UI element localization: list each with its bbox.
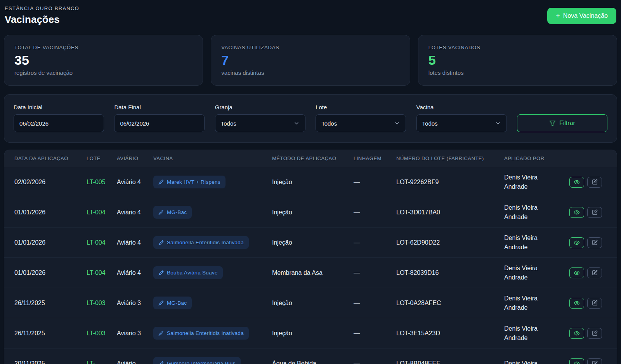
- chevron-down-icon: [293, 120, 300, 126]
- cell-metodo: Injeção: [272, 238, 354, 247]
- table-row: 01/01/2026 LT-004 Aviário 4 MG-Bac Injeç…: [4, 197, 617, 228]
- cell-linhagem: —: [354, 329, 396, 338]
- edit-button[interactable]: [587, 237, 602, 248]
- stat-subtitle: vacinas distintas: [221, 69, 399, 76]
- stat-value: 7: [221, 53, 399, 68]
- cell-lote: LT-004: [87, 208, 117, 217]
- syringe-icon: [158, 270, 164, 276]
- view-button[interactable]: [569, 298, 584, 309]
- col-aviario: AVIÁRIO: [117, 155, 153, 161]
- new-vaccination-label: Nova Vacinação: [563, 12, 608, 19]
- cell-vacina: MG-Bac: [153, 297, 272, 310]
- syringe-icon: [158, 179, 164, 185]
- vacina-select[interactable]: Todos: [416, 114, 507, 132]
- vaccinations-table: DATA DA APLICAÇÃO LOTE AVIÁRIO VACINA MÉ…: [4, 150, 617, 364]
- cell-linhagem: —: [354, 298, 396, 307]
- cell-aviario: Aviário 3: [117, 329, 153, 338]
- cell-numero-lote: LOT-62D90D22: [396, 238, 504, 247]
- page-title: Vacinações: [5, 14, 79, 26]
- filter-button-label: Filtrar: [559, 120, 575, 127]
- cell-aviario: Aviário 4: [117, 208, 153, 217]
- cell-linhagem: —: [354, 359, 396, 364]
- view-button[interactable]: [569, 328, 584, 339]
- cell-lote: LT-004: [87, 268, 117, 277]
- view-button[interactable]: [569, 207, 584, 218]
- lote-select[interactable]: Todos: [316, 114, 406, 132]
- cell-aplicado-por: Denis Vieira: [504, 359, 562, 364]
- field-label: Vacina: [416, 104, 507, 110]
- cell-numero-lote: LOT-3E15A23D: [396, 329, 504, 338]
- table-row: 01/01/2026 LT-004 Aviário 4 Salmonella E…: [4, 228, 617, 258]
- cell-numero-lote: LOT-82039D16: [396, 268, 504, 277]
- field-data-final: Data Final: [114, 104, 205, 132]
- vaccine-badge[interactable]: MG-Bac: [153, 206, 192, 219]
- cell-linhagem: —: [354, 208, 396, 217]
- vaccine-badge[interactable]: Marek HVT + Rispens: [153, 176, 226, 189]
- cell-numero-lote: LOT-0A28AFEC: [396, 298, 504, 307]
- vaccine-badge-label: MG-Bac: [167, 209, 187, 216]
- cell-vacina: Bouba Aviária Suave: [153, 266, 272, 279]
- stat-label: TOTAL DE VACINAÇÕES: [14, 45, 193, 50]
- cell-metodo: Injeção: [272, 298, 354, 307]
- stat-label: LOTES VACINADOS: [428, 45, 607, 50]
- syringe-icon: [158, 331, 164, 336]
- vaccine-badge-label: Salmonella Enteritidis Inativada: [167, 239, 244, 247]
- breadcrumb: ESTÂNCIA OURO BRANCO: [5, 5, 79, 11]
- table-header: DATA DA APLICAÇÃO LOTE AVIÁRIO VACINA MÉ…: [4, 150, 617, 167]
- vaccine-badge[interactable]: Salmonella Enteritidis Inativada: [153, 327, 249, 340]
- cell-actions: [562, 207, 607, 218]
- field-label: Lote: [316, 104, 406, 110]
- start-date-input[interactable]: [14, 114, 104, 132]
- vaccine-badge[interactable]: Salmonella Enteritidis Inativada: [153, 236, 249, 249]
- edit-button[interactable]: [587, 177, 602, 188]
- funnel-icon: [549, 120, 556, 127]
- cell-actions: [562, 328, 607, 339]
- table-row: 26/11/2025 LT-003 Aviário 3 MG-Bac Injeç…: [4, 288, 617, 318]
- cell-aviario: Aviário 4: [117, 178, 153, 186]
- chevron-down-icon: [394, 120, 400, 126]
- cell-date: 01/01/2026: [14, 268, 87, 277]
- granja-select[interactable]: Todos: [215, 114, 305, 132]
- stats-row: TOTAL DE VACINAÇÕES 35 registros de vaci…: [4, 35, 617, 86]
- cell-aviario: Aviário 4: [117, 238, 153, 247]
- table-row: 20/11/2025 LT- Aviário Gumboro Intermedi…: [4, 348, 617, 364]
- cell-actions: [562, 267, 607, 278]
- edit-button[interactable]: [587, 207, 602, 218]
- col-data-aplicacao: DATA DA APLICAÇÃO: [14, 155, 87, 161]
- stat-subtitle: registros de vacinação: [14, 69, 193, 76]
- cell-aplicado-por: Denis Vieira Andrade: [504, 264, 562, 281]
- view-button[interactable]: [569, 358, 584, 364]
- header-titles: ESTÂNCIA OURO BRANCO Vacinações: [5, 5, 79, 26]
- cell-actions: [562, 177, 607, 188]
- edit-button[interactable]: [587, 298, 602, 309]
- field-label: Data Inicial: [14, 104, 104, 110]
- new-vaccination-button[interactable]: + Nova Vacinação: [547, 8, 616, 24]
- cell-metodo: Injeção: [272, 329, 354, 338]
- cell-aplicado-por: Denis Vieira Andrade: [504, 294, 562, 312]
- cell-linhagem: —: [354, 268, 396, 277]
- edit-button[interactable]: [587, 267, 602, 278]
- syringe-icon: [158, 300, 164, 306]
- edit-button[interactable]: [587, 358, 602, 364]
- vaccine-badge[interactable]: Gumboro Intermediária Plus: [153, 357, 241, 364]
- stat-value: 35: [14, 53, 193, 68]
- edit-button[interactable]: [587, 328, 602, 339]
- cell-aviario: Aviário 4: [117, 268, 153, 277]
- vaccine-badge[interactable]: MG-Bac: [153, 297, 192, 310]
- view-button[interactable]: [569, 237, 584, 248]
- cell-aplicado-por: Denis Vieira Andrade: [504, 233, 562, 251]
- cell-lote: LT-004: [87, 238, 117, 247]
- vaccine-badge[interactable]: Bouba Aviária Suave: [153, 266, 223, 279]
- cell-metodo: Injeção: [272, 178, 354, 186]
- view-button[interactable]: [569, 267, 584, 278]
- cell-lote: LT-003: [87, 298, 117, 307]
- table-row: 01/01/2026 LT-004 Aviário 4 Bouba Aviári…: [4, 258, 617, 288]
- view-button[interactable]: [569, 177, 584, 188]
- end-date-input[interactable]: [114, 114, 205, 132]
- cell-vacina: Gumboro Intermediária Plus: [153, 357, 272, 364]
- table-body: 02/02/2026 LT-005 Aviário 4 Marek HVT + …: [4, 167, 617, 364]
- cell-aplicado-por: Denis Vieira Andrade: [504, 203, 562, 221]
- vaccinations-page: ESTÂNCIA OURO BRANCO Vacinações + Nova V…: [0, 0, 621, 364]
- cell-vacina: Marek HVT + Rispens: [153, 176, 272, 189]
- filter-button[interactable]: Filtrar: [517, 114, 607, 132]
